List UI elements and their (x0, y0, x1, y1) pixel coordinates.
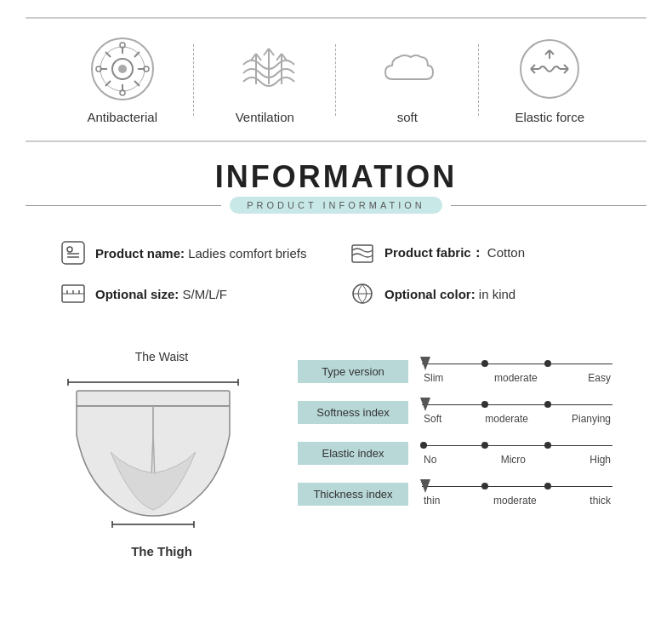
product-info-grid: Product name: Ladies comfort briefs Prod… (60, 239, 612, 307)
thickness-scale: thin moderate thick (422, 481, 612, 507)
thickness-index-label: Thickness index (298, 483, 408, 506)
svg-rect-50 (77, 391, 230, 406)
type-version-line (422, 364, 612, 364)
elastic-label-micro: Micro (501, 454, 526, 466)
ventilation-icon (231, 35, 299, 103)
softness-index-label: Softness index (298, 401, 408, 424)
info-subtitle: PRODUCT INFORMATION (230, 197, 441, 214)
antibacterial-label: Antibacterial (87, 110, 157, 124)
softness-label-soft: Soft (424, 413, 441, 425)
softness-line (422, 404, 612, 405)
elastic-force-label: Elastic force (515, 110, 584, 124)
type-version-track (422, 358, 612, 369)
feature-ventilation: Ventilation (194, 35, 337, 124)
elastic-dot-right (544, 442, 551, 449)
product-fabric-label: Product fabric： Cotton (384, 245, 525, 261)
elastic-index-row: Elastic index No Micro High (298, 440, 612, 466)
svg-marker-54 (420, 357, 430, 370)
info-header: INFORMATION PRODUCT INFORMATION (26, 159, 646, 214)
page-wrapper: Antibacterial (0, 0, 672, 593)
softness-index-row: Softness index Soft moderate Pianying (298, 399, 612, 425)
product-color-label: Optional color: in kind (384, 287, 515, 301)
feature-soft: soft (336, 35, 479, 124)
type-label-slim: Slim (424, 372, 443, 384)
svg-marker-56 (420, 479, 430, 493)
softness-arrow (420, 398, 430, 411)
softness-track (422, 399, 612, 409)
softness-label-pianying: Pianying (572, 413, 611, 425)
info-subtitle-wrapper: PRODUCT INFORMATION (26, 197, 646, 214)
type-version-label: Type version (298, 360, 408, 383)
type-arrow (420, 357, 430, 370)
product-name-item: Product name: Ladies comfort briefs (60, 239, 323, 266)
thickness-track (422, 481, 612, 491)
elastic-scale: No Micro High (422, 440, 612, 466)
elastic-label-high: High (589, 454, 611, 466)
softness-dot-1 (481, 401, 488, 408)
type-label-moderate: moderate (494, 372, 538, 384)
product-color-icon (349, 280, 376, 307)
feature-elastic: Elastic force (479, 35, 622, 124)
svg-point-36 (67, 247, 72, 252)
measurement-section: The Waist (26, 333, 646, 575)
thickness-label-thin: thin (424, 495, 440, 507)
ventilation-label: Ventilation (236, 110, 294, 124)
elastic-index-label: Elastic index (298, 442, 408, 465)
svg-point-11 (118, 65, 127, 73)
garment-svg: The Thigh (60, 367, 264, 558)
waist-label: The Waist (60, 350, 264, 364)
thickness-line (422, 486, 612, 487)
svg-rect-35 (62, 242, 84, 264)
info-line-left (26, 205, 221, 206)
thickness-index-row: Thickness index thin moderate thick (298, 481, 612, 507)
svg-marker-55 (420, 398, 430, 411)
elastic-track (422, 440, 612, 450)
thickness-label-moderate: moderate (493, 495, 537, 507)
product-name-icon (60, 239, 87, 266)
thigh-label: The Thigh (60, 544, 264, 558)
type-version-scale: Slim moderate Easy (422, 358, 612, 384)
softness-label-moderate: moderate (485, 413, 528, 425)
soft-label: soft (397, 110, 418, 124)
svg-point-25 (521, 40, 578, 98)
softness-dot-2 (544, 401, 551, 408)
elastic-dot-left (420, 442, 427, 449)
product-fabric-icon (349, 239, 376, 266)
type-version-scale-labels: Slim moderate Easy (422, 372, 612, 384)
type-dot-1 (481, 360, 488, 367)
type-dot-2 (544, 360, 551, 367)
type-version-row: Type version Slim moderate Ea (298, 358, 612, 384)
elastic-line (422, 445, 612, 446)
feature-antibacterial: Antibacterial (51, 35, 194, 124)
thickness-label-thick: thick (589, 495, 611, 507)
info-title: INFORMATION (26, 159, 646, 195)
thickness-dot-2 (544, 483, 551, 489)
product-size-label: Optional size: S/M/L/F (95, 287, 227, 301)
garment-container: The Waist (60, 350, 264, 558)
product-size-item: Optional size: S/M/L/F (60, 280, 323, 307)
type-label-easy: Easy (588, 372, 611, 384)
elastic-label-no: No (424, 454, 436, 466)
product-fabric-item: Product fabric： Cotton (349, 239, 612, 266)
info-line-right (451, 205, 646, 206)
product-size-icon (60, 280, 87, 307)
features-row: Antibacterial (26, 17, 646, 142)
soft-icon (373, 35, 441, 103)
antibacterial-icon (88, 35, 157, 103)
product-color-item: Optional color: in kind (349, 280, 612, 307)
index-scales: Type version Slim moderate Ea (298, 350, 612, 507)
softness-scale: Soft moderate Pianying (422, 399, 612, 425)
thickness-arrow (420, 479, 430, 493)
thickness-dot-1 (481, 483, 488, 489)
softness-scale-labels: Soft moderate Pianying (422, 413, 612, 425)
thickness-scale-labels: thin moderate thick (422, 495, 612, 507)
product-name-label: Product name: Ladies comfort briefs (95, 246, 306, 260)
elastic-dot-center (481, 442, 488, 449)
elastic-icon (515, 35, 584, 103)
elastic-scale-labels: No Micro High (422, 454, 612, 466)
